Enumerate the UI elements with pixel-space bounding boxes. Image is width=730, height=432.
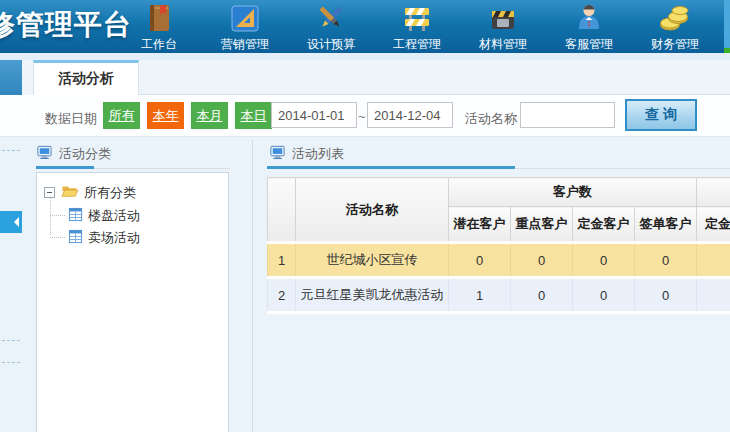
col-header-signed-customers[interactable]: 签单客户 <box>635 207 697 243</box>
nav-item-label: 财务管理 <box>632 38 718 50</box>
activity-table: 活动名称 客户数 潜在客户 重点客户 定金客户 签单客户 定金 1 世纪城小区宣… <box>267 177 730 314</box>
grid-icon <box>68 207 83 225</box>
sub-nav-strip <box>0 53 730 60</box>
right-edge-strip <box>724 0 730 48</box>
quick-button-this-year[interactable]: 本年 <box>147 102 184 129</box>
app-logo: 修管理平台 <box>0 6 132 44</box>
quick-date-buttons: 所有 本年 本月 本日 <box>103 102 272 129</box>
potential-count-cell: 1 <box>449 278 511 313</box>
nav-item-label: 营销管理 <box>202 38 288 50</box>
open-folder-icon <box>60 183 79 202</box>
splitter-dash-mid <box>2 340 20 341</box>
person-icon <box>546 0 632 38</box>
tree-item-store-activity[interactable]: 卖场活动 <box>68 229 140 247</box>
deposit-count-cell: 0 <box>573 243 635 278</box>
nav-item-finance[interactable]: 财务管理 <box>632 0 718 53</box>
deposit-count-cell: 0 <box>573 278 635 313</box>
nav-item-engineering[interactable]: 工程管理 <box>374 0 460 53</box>
tab-activity-analysis[interactable]: 活动分析 <box>33 60 139 95</box>
quick-button-this-month[interactable]: 本月 <box>191 102 228 129</box>
collapse-minus-icon[interactable] <box>44 187 55 198</box>
table-row-2[interactable]: 2 元旦红星美凯龙优惠活动 1 0 0 0 <box>268 278 730 313</box>
nav-item-label: 工程管理 <box>374 38 460 50</box>
tree-item-property-activity[interactable]: 楼盘活动 <box>68 207 140 225</box>
col-header-deposit-partial[interactable]: 定金 <box>697 207 730 243</box>
left-panel-header: 活动分类 <box>36 144 111 164</box>
partial-cell <box>697 243 730 278</box>
pen-brush-icon <box>288 0 374 38</box>
splitter-dash-bottom <box>2 362 20 363</box>
col-header-key-customers[interactable]: 重点客户 <box>511 207 573 243</box>
grid-icon <box>68 229 83 247</box>
activity-name-cell: 世纪城小区宣传 <box>296 243 449 278</box>
collapse-panel-handle[interactable] <box>0 211 22 233</box>
collapse-arrow-icon <box>14 217 19 227</box>
left-panel-title: 活动分类 <box>59 145 111 163</box>
activity-name-input[interactable] <box>520 102 615 128</box>
quick-button-all[interactable]: 所有 <box>103 102 140 129</box>
tree-item-label: 楼盘活动 <box>88 207 140 225</box>
activity-table-container: 活动名称 客户数 潜在客户 重点客户 定金客户 签单客户 定金 1 世纪城小区宣… <box>267 177 730 314</box>
category-tree: 所有分类 楼盘活动 卖场活动 <box>36 172 229 432</box>
signed-count-cell: 0 <box>635 243 697 278</box>
nav-item-label: 工作台 <box>116 38 202 50</box>
col-group-amount <box>697 178 730 207</box>
col-group-customer-count: 客户数 <box>449 178 697 207</box>
signed-count-cell: 0 <box>635 278 697 313</box>
quick-button-today[interactable]: 本日 <box>235 102 272 129</box>
corner-decoration <box>0 60 22 95</box>
key-count-cell: 0 <box>511 243 573 278</box>
right-header-accent <box>267 166 515 169</box>
date-range-label: 数据日期 <box>45 110 97 128</box>
monitor-icon <box>36 144 53 164</box>
monitor-icon <box>269 144 286 164</box>
activity-name-label: 活动名称 <box>465 110 517 128</box>
date-to-input[interactable] <box>367 102 453 128</box>
nav-item-design-budget[interactable]: 设计预算 <box>288 0 374 53</box>
col-header-activity-name[interactable]: 活动名称 <box>296 178 449 243</box>
date-from-input[interactable] <box>271 102 357 128</box>
right-panel-header: 活动列表 <box>269 144 344 164</box>
nav-item-materials[interactable]: 材料管理 <box>460 0 546 53</box>
nav-menu: 工作台 营销管理 设计预算 工程管理 材料管理 <box>116 0 718 53</box>
nav-item-marketing[interactable]: 营销管理 <box>202 0 288 53</box>
key-count-cell: 0 <box>511 278 573 313</box>
left-header-accent <box>36 166 94 169</box>
book-icon <box>116 0 202 38</box>
nav-item-label: 材料管理 <box>460 38 546 50</box>
col-header-rownum <box>268 178 296 243</box>
tree-item-all-categories[interactable]: 所有分类 <box>44 183 136 202</box>
coins-icon <box>632 0 718 38</box>
tree-item-label: 卖场活动 <box>88 229 140 247</box>
activity-name-cell: 元旦红星美凯龙优惠活动 <box>296 278 449 313</box>
hazard-box-icon <box>460 0 546 38</box>
barrier-icon <box>374 0 460 38</box>
nav-item-label: 设计预算 <box>288 38 374 50</box>
partial-cell <box>697 278 730 313</box>
nav-item-workbench[interactable]: 工作台 <box>116 0 202 53</box>
tree-connector <box>50 215 65 216</box>
splitter-dash-top <box>2 150 20 151</box>
table-row-1[interactable]: 1 世纪城小区宣传 0 0 0 0 <box>268 243 730 278</box>
top-nav-bar: 修管理平台 工作台 营销管理 设计预算 工程管理 <box>0 0 730 54</box>
col-header-potential-customers[interactable]: 潜在客户 <box>449 207 511 243</box>
row-number: 1 <box>268 243 296 278</box>
potential-count-cell: 0 <box>449 243 511 278</box>
col-header-deposit-customers[interactable]: 定金客户 <box>573 207 635 243</box>
tree-connector <box>50 237 65 238</box>
date-separator: ~ <box>358 109 366 124</box>
left-panel-border <box>252 140 253 432</box>
row-number: 2 <box>268 278 296 313</box>
setsquare-icon <box>202 0 288 38</box>
query-button[interactable]: 查 询 <box>625 99 697 131</box>
right-panel-title: 活动列表 <box>292 145 344 163</box>
nav-item-label: 客服管理 <box>546 38 632 50</box>
tree-item-label: 所有分类 <box>84 184 136 202</box>
nav-item-customer-service[interactable]: 客服管理 <box>546 0 632 53</box>
